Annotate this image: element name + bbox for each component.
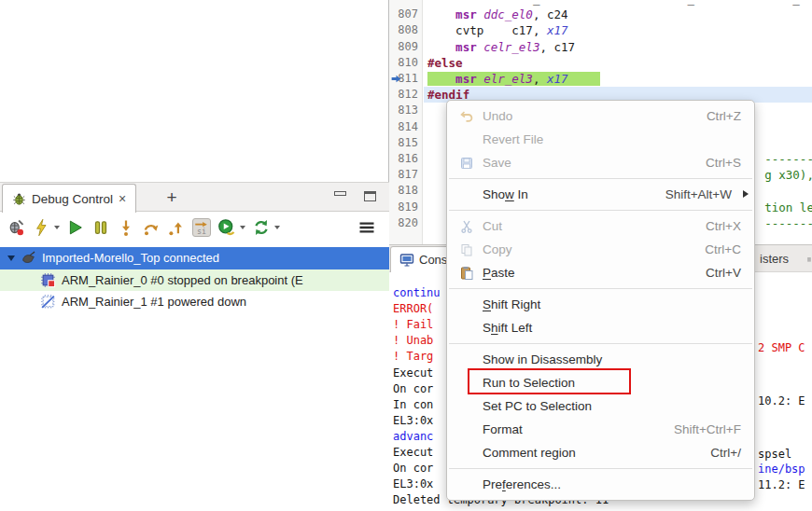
console-line: continu xyxy=(393,286,441,299)
console-line: On cor xyxy=(393,462,433,475)
code-text: _ _ _ xyxy=(427,0,800,7)
step-over-icon[interactable] xyxy=(142,218,161,237)
console-line: Execut xyxy=(393,446,433,459)
menu-item-save[interactable]: SaveCtrl+S xyxy=(448,151,753,174)
menu-item-show-in[interactable]: Show InShift+Alt+W xyxy=(448,183,753,206)
menu-item-label: Undo xyxy=(483,104,512,128)
console-line: ! Targ xyxy=(393,350,433,363)
menu-shortcut: Ctrl+X xyxy=(706,214,741,238)
line-number: 812 xyxy=(389,87,418,103)
console-line: Execut xyxy=(393,366,433,380)
menu-shortcut: Ctrl+Z xyxy=(707,104,741,128)
pause-icon[interactable] xyxy=(91,218,110,237)
restart-icon[interactable] xyxy=(252,218,271,237)
code-line: _ _ _ xyxy=(389,0,812,7)
console-line-fragment: 11.2: E xyxy=(758,478,805,491)
menu-item-label: Show In xyxy=(483,183,528,206)
console-line-fragment: spsel xyxy=(758,448,791,461)
step-into-icon[interactable] xyxy=(117,218,135,237)
line-number: 810 xyxy=(389,55,418,71)
menu-shortcut: Ctrl+V xyxy=(706,261,741,284)
menu-item-label: Paste xyxy=(483,261,515,284)
step-out-icon[interactable] xyxy=(167,218,186,237)
menu-item-label: Save xyxy=(483,151,511,174)
menu-item-label: Format xyxy=(483,418,523,441)
run-control-icon[interactable] xyxy=(217,218,236,237)
menu-item-set-pc-to-selection[interactable]: Set PC to Selection xyxy=(448,394,753,418)
chevron-down-icon[interactable] xyxy=(240,226,245,229)
menu-separator xyxy=(449,178,752,179)
registers-list-icon xyxy=(806,253,812,266)
console-icon xyxy=(399,254,414,267)
menu-item-shift-left[interactable]: Shift Left xyxy=(448,316,753,339)
code-text: #else xyxy=(427,55,463,71)
line-number: 818 xyxy=(389,183,418,199)
debug-tabbar: Debug Control × + xyxy=(0,182,389,212)
line-number: 813 xyxy=(389,103,418,118)
menu-item-cut[interactable]: CutCtrl+X xyxy=(448,214,753,238)
core-stopped-icon xyxy=(40,272,56,288)
minimize-icon[interactable] xyxy=(334,191,346,196)
chevron-down-icon[interactable] xyxy=(274,226,280,229)
line-number: 814 xyxy=(389,119,418,135)
console-line: On cor xyxy=(393,382,433,395)
tree-row-label: ARM_Rainier_1 #1 powered down xyxy=(62,295,246,309)
menu-item-paste[interactable]: PasteCtrl+V xyxy=(448,261,753,284)
chevron-down-icon[interactable] xyxy=(54,226,60,229)
code-line: 807 msr ddc_el0, c24 xyxy=(389,7,812,22)
menu-item-label: Set PC to Selection xyxy=(483,394,592,418)
tree-row-label: ARM_Rainier_0 #0 stopped on breakpoint (… xyxy=(62,273,303,287)
instruction-stepping-toggle-icon[interactable]: si xyxy=(192,218,211,237)
debug-connection-icon xyxy=(21,250,36,266)
line-number: 819 xyxy=(389,200,418,215)
continue-icon[interactable] xyxy=(66,218,85,237)
menu-item-revert-file[interactable]: Revert File xyxy=(448,128,753,151)
menu-item-undo[interactable]: UndoCtrl+Z xyxy=(448,104,753,128)
tab-debug-control-label: Debug Control xyxy=(32,192,113,206)
tree-row-label: Imported-Morello_Top connected xyxy=(42,251,219,265)
view-menu-icon[interactable] xyxy=(357,218,376,237)
line-number: 815 xyxy=(389,135,418,151)
line-number: 809 xyxy=(389,39,418,55)
submenu-arrow-icon xyxy=(743,190,749,198)
debug-connect-icon[interactable] xyxy=(7,218,25,237)
menu-shortcut: Ctrl+S xyxy=(706,151,741,174)
menu-separator xyxy=(449,210,752,211)
menu-separator xyxy=(449,343,752,344)
copy-icon xyxy=(459,242,474,256)
menu-item-run-to-selection[interactable]: Run to Selection xyxy=(448,371,753,394)
tree-row[interactable]: ARM_Rainier_0 #0 stopped on breakpoint (… xyxy=(0,269,389,292)
menu-item-shift-right[interactable]: Shift Right xyxy=(448,293,753,316)
line-number: 807 xyxy=(389,7,418,22)
context-menu: UndoCtrl+ZRevert FileSaveCtrl+SShow InSh… xyxy=(446,100,755,501)
new-tab-button[interactable]: + xyxy=(161,186,183,210)
menu-shortcut: Shift+Alt+W xyxy=(665,183,732,206)
maximize-icon[interactable] xyxy=(364,191,376,201)
connect-lightning-icon[interactable] xyxy=(32,218,50,237)
code-line: 808 cvtp c17, x17 xyxy=(389,22,812,38)
tab-debug-control[interactable]: Debug Control × xyxy=(2,184,136,213)
tree-row[interactable]: ARM_Rainier_1 #1 powered down xyxy=(0,291,389,313)
menu-item-label: Copy xyxy=(483,238,512,261)
menu-item-label: Shift Left xyxy=(483,316,532,339)
expander-icon[interactable] xyxy=(7,256,15,261)
menu-item-format[interactable]: FormatShift+Ctrl+F xyxy=(448,418,753,441)
tree-row[interactable]: Imported-Morello_Top connected xyxy=(0,247,389,269)
tab-registers-partial[interactable]: isters xyxy=(756,246,812,271)
pc-arrow-icon xyxy=(390,73,402,85)
code-line: 810#else xyxy=(389,55,812,71)
console-line: EL3:0x xyxy=(393,477,433,490)
line-number: 817 xyxy=(389,167,418,183)
menu-item-comment-region[interactable]: Comment regionCtrl+/ xyxy=(448,441,753,464)
line-number: 816 xyxy=(389,151,418,167)
line-number: 808 xyxy=(389,22,418,38)
menu-item-label: Comment region xyxy=(483,441,576,464)
close-icon[interactable]: × xyxy=(119,191,126,206)
svg-text:si: si xyxy=(197,227,206,236)
console-line: ERROR( xyxy=(393,302,433,315)
menu-item-copy[interactable]: CopyCtrl+C xyxy=(448,238,753,261)
debug-control-view: Debug Control × + si Imported-Morello_To… xyxy=(0,182,389,511)
menu-item-preferences[interactable]: Preferences... xyxy=(448,473,753,496)
menu-item-label: Preferences... xyxy=(483,473,561,496)
console-line: EL3:0x xyxy=(393,414,433,427)
